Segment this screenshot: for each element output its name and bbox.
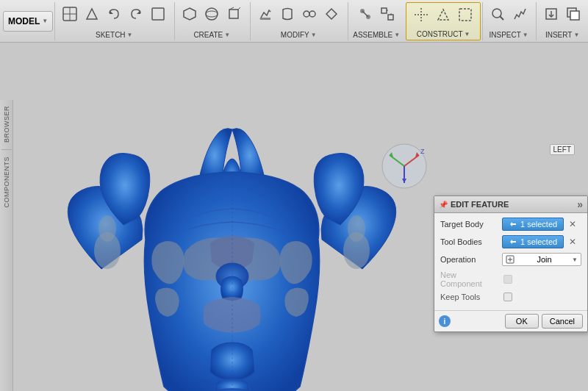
toolbar-group-create: CREATE ▼ [174,2,248,40]
keep-tools-checkbox[interactable] [503,293,512,301]
assemble-icon-2[interactable] [377,4,398,24]
svg-line-10 [238,7,240,10]
svg-text:Z: Z [420,148,425,155]
tool-bodies-selected-btn[interactable]: 1 selected [502,235,564,248]
insert-icon-2[interactable] [563,4,584,24]
target-body-icon [509,220,517,229]
create-icon-3[interactable] [223,4,244,24]
create-icon-2[interactable] [201,4,222,24]
modify-icon-3[interactable] [299,4,320,24]
keep-tools-label: Keep Tools [440,293,499,301]
new-component-row: New Component [440,270,581,288]
modify-label[interactable]: MODIFY ▼ [281,31,317,39]
svg-rect-23 [459,9,471,21]
sidebar-tab-browser[interactable]: BROWSER [1,103,12,146]
svg-point-7 [206,11,218,17]
modify-icon-1[interactable] [255,4,276,24]
insert-label[interactable]: INSERT ▼ [545,31,579,39]
panel-expand-icon[interactable]: » [577,198,583,210]
svg-point-6 [206,8,218,20]
target-body-value: 1 selected [520,220,557,229]
svg-point-12 [304,11,309,17]
construct-label[interactable]: CONSTRUCT ▼ [417,30,470,38]
undo-icon[interactable] [104,4,124,24]
target-body-row: Target Body 1 selected ✕ [440,218,581,231]
tool-bodies-label: Tool Bodies [440,237,499,246]
toolbar-group-modify: MODIFY ▼ [250,2,346,40]
svg-rect-8 [229,10,238,18]
inspect-icon-2[interactable] [509,4,530,24]
assemble-label[interactable]: ASSEMBLE ▼ [353,31,400,39]
operation-icon [506,255,514,264]
cancel-button[interactable]: Cancel [542,314,583,329]
sketch-icon-2[interactable] [82,4,102,24]
sketch-icon-1[interactable] [60,4,80,24]
create-icon-1[interactable] [179,4,200,24]
tool-bodies-value: 1 selected [520,237,557,246]
svg-marker-4 [137,10,140,14]
keep-tools-row: Keep Tools [440,293,581,301]
axis-indicator-svg: Z [379,140,430,192]
tool-bodies-icon [509,237,517,246]
edit-panel-title: EDIT FEATURE [451,200,509,209]
new-component-label: New Component [440,270,499,288]
model-label: MODEL [8,16,40,26]
target-body-label: Target Body [440,220,499,229]
toolbar-group-sketch: SKETCH ▼ [54,2,173,40]
3d-viewport[interactable]: LEFT Z 📌 EDIT FEATURE » [13,100,588,391]
operation-dropdown-arrow: ▼ [572,257,578,263]
svg-point-39 [348,215,365,242]
assemble-icon-1[interactable] [355,4,376,24]
tool-bodies-clear-btn[interactable]: ✕ [567,236,578,248]
3d-model-svg [28,107,440,391]
panel-footer-buttons: OK Cancel [505,314,583,329]
operation-dropdown[interactable]: Join ▼ [502,253,581,266]
tool-bodies-row: Tool Bodies 1 selected ✕ [440,235,581,248]
edit-panel-header: 📌 EDIT FEATURE » [434,196,587,213]
target-body-clear-btn[interactable]: ✕ [567,218,578,230]
new-component-checkbox[interactable] [503,275,512,284]
svg-rect-18 [388,15,393,20]
panel-footer: i OK Cancel [434,310,587,331]
inspect-label[interactable]: INSPECT ▼ [489,31,528,39]
svg-point-37 [98,215,116,242]
modify-icon-4[interactable] [321,4,342,24]
svg-point-13 [309,11,315,17]
sketch-label[interactable]: SKETCH ▼ [96,31,132,39]
target-body-selected-btn[interactable]: 1 selected [502,218,564,231]
inspect-icon-1[interactable] [487,4,508,24]
edit-panel-body: Target Body 1 selected ✕ Tool Bodies 1 s… [434,213,587,310]
construct-icon-3[interactable] [455,4,476,25]
left-view-label: LEFT [550,144,575,155]
redo-icon[interactable] [126,4,146,24]
construct-icon-2[interactable] [433,4,453,25]
construct-icon-1[interactable] [411,4,431,25]
toolbar-group-assemble: ASSEMBLE ▼ [348,2,404,40]
svg-line-25 [500,16,503,20]
svg-rect-29 [570,11,579,20]
panel-pin-icon[interactable]: 📌 [439,201,448,209]
toolbar-group-inspect: INSPECT ▼ [482,2,534,40]
sketch-icon-3[interactable] [148,4,168,24]
model-selector[interactable]: MODEL ▼ [3,11,53,32]
toolbar-group-construct: CONSTRUCT ▼ [406,2,481,40]
sidebar-tab-components[interactable]: COMPONENTS [1,154,12,211]
operation-label: Operation [440,255,499,264]
toolbar-group-insert: INSERT ▼ [536,2,588,40]
insert-icon-1[interactable] [541,4,562,24]
ok-button[interactable]: OK [505,314,539,329]
edit-feature-panel: 📌 EDIT FEATURE » Target Body 1 selected … [434,196,588,332]
model-dropdown-arrow: ▼ [42,18,48,24]
svg-line-16 [362,11,368,17]
svg-marker-3 [110,10,113,14]
main-toolbar: MODEL ▼ SKETCH ▼ [0,0,588,43]
operation-row: Operation Join ▼ [440,253,581,266]
operation-value: Join [537,255,551,264]
modify-icon-2[interactable] [277,4,298,24]
left-side-panel: BROWSER COMPONENTS [0,100,13,391]
info-button[interactable]: i [439,315,451,327]
create-label[interactable]: CREATE ▼ [193,31,230,39]
svg-rect-17 [381,8,387,13]
svg-rect-5 [152,8,164,20]
svg-rect-11 [260,18,270,20]
